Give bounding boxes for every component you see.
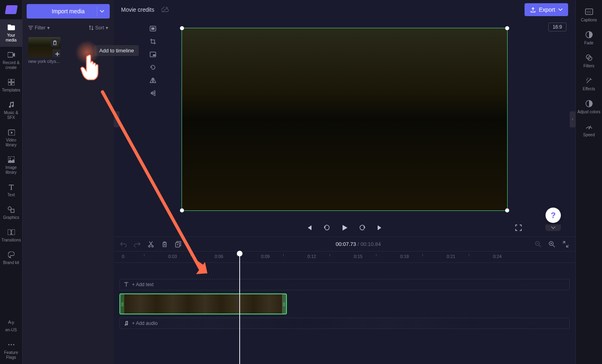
nav-label: Music & SFX [2, 110, 21, 120]
right-sidebar: CC Captions Fade Filters Effects Adjust … [575, 0, 602, 364]
shapes-icon [7, 206, 15, 214]
timeline-time: 00:07.73 / 00:10.84 [188, 241, 529, 247]
effects-icon [585, 76, 594, 85]
playhead[interactable] [239, 252, 240, 364]
transitions-icon [7, 228, 15, 236]
nav-transitions[interactable]: Transitions [0, 224, 23, 247]
filter-button[interactable]: Filter ▾ [28, 25, 50, 31]
flip-h-tool[interactable] [148, 75, 158, 85]
sort-button[interactable]: Sort ▾ [89, 25, 108, 31]
preview-canvas[interactable] [182, 28, 508, 211]
r-label: Adjust colors [577, 110, 600, 114]
nav-label: en-US [5, 328, 17, 333]
filters-button[interactable]: Filters [576, 49, 602, 72]
redo-button[interactable] [133, 240, 141, 248]
preview-area: 16:9 ‹ › [114, 19, 575, 219]
duplicate-button[interactable] [174, 240, 182, 248]
zoom-out-button[interactable] [534, 240, 542, 248]
timeline-ruler[interactable]: 0 0:03 0:06 0:09 0:12 0:15 0:18 0:21 0:2… [114, 252, 575, 263]
add-audio-label: + Add audio [132, 320, 158, 326]
help-expand-button[interactable] [546, 225, 561, 231]
import-media-button[interactable]: Import media [27, 4, 110, 19]
export-button[interactable]: Export [525, 3, 568, 16]
app-logo[interactable] [0, 0, 23, 19]
nav-language[interactable]: A字 en-US [0, 314, 23, 337]
zoom-in-button[interactable] [548, 240, 556, 248]
resize-handle-tl[interactable] [180, 26, 184, 30]
media-panel: Import media Filter ▾ Sort ▾ new york ci… [23, 0, 114, 364]
fullscreen-button[interactable] [514, 223, 523, 232]
aspect-ratio-button[interactable]: 16:9 [548, 23, 566, 31]
add-text-label: + Add text [132, 282, 154, 287]
clip-handle-left[interactable]: || [120, 294, 124, 314]
video-clip[interactable]: || || [119, 293, 287, 314]
main-area: Movie credits Export 16:9 ‹ › [114, 0, 575, 364]
effects-button[interactable]: Effects [576, 72, 602, 95]
svg-rect-2 [8, 52, 13, 57]
nav-label: Your media [2, 33, 21, 43]
resize-handle-tr[interactable] [505, 26, 509, 30]
nav-music-sfx[interactable]: Music & SFX [0, 97, 23, 124]
nav-text[interactable]: Text [0, 179, 23, 202]
text-track[interactable]: + Add text [119, 279, 570, 290]
add-to-timeline-button[interactable] [52, 49, 61, 57]
video-track[interactable]: || || [119, 293, 570, 314]
split-button[interactable] [147, 240, 155, 248]
seek-back-button[interactable] [322, 223, 331, 232]
svg-rect-11 [11, 209, 14, 212]
r-label: Speed [583, 133, 595, 137]
clip-body[interactable] [124, 294, 282, 314]
svg-point-23 [148, 245, 150, 247]
nav-brand-kit[interactable]: Brand kit [0, 247, 23, 269]
r-label: Fade [584, 41, 594, 45]
undo-button[interactable] [119, 240, 128, 248]
r-label: Captions [581, 18, 597, 22]
collapse-right-button[interactable]: › [570, 111, 575, 127]
skip-back-button[interactable] [305, 223, 314, 232]
resize-handle-bl[interactable] [180, 208, 184, 212]
delete-button[interactable] [161, 240, 169, 248]
zoom-fit-button[interactable] [562, 240, 570, 248]
media-thumbnail[interactable]: new york citys... [28, 37, 61, 64]
nav-feature-flags[interactable]: Feature Flags [0, 337, 23, 364]
nav-record-create[interactable]: Record & create [0, 47, 23, 74]
grid-icon [7, 78, 15, 86]
total-time: 00:10.84 [360, 241, 381, 247]
fade-button[interactable]: Fade [576, 26, 602, 49]
pip-tool[interactable] [148, 49, 158, 60]
delete-media-button[interactable] [51, 39, 59, 47]
skip-forward-button[interactable] [376, 223, 385, 232]
project-title[interactable]: Movie credits [121, 6, 154, 13]
help-button[interactable]: ? [546, 208, 561, 223]
rotate-tool[interactable] [148, 62, 158, 73]
play-button[interactable] [340, 223, 349, 232]
collapse-left-button[interactable]: ‹ [114, 111, 119, 127]
svg-point-16 [13, 344, 14, 345]
resize-handle-br[interactable] [505, 208, 509, 212]
speed-button[interactable]: Speed [576, 118, 602, 141]
crop-tool[interactable] [148, 36, 158, 47]
folder-icon [7, 23, 15, 31]
cloud-off-icon[interactable] [161, 7, 169, 12]
speed-icon [585, 122, 594, 131]
nav-video-library[interactable]: Video library [0, 124, 23, 152]
nav-templates[interactable]: Templates [0, 74, 23, 97]
nav-your-media[interactable]: Your media [0, 19, 23, 47]
seek-forward-button[interactable] [358, 223, 367, 232]
nav-image-library[interactable]: Image library [0, 152, 23, 179]
flip-v-tool[interactable] [148, 88, 158, 98]
fit-tool[interactable] [148, 23, 158, 34]
svg-rect-4 [12, 79, 15, 82]
audio-track[interactable]: + Add audio [119, 318, 570, 329]
chevron-down-icon[interactable] [97, 6, 107, 16]
current-time: 00:07.73 [336, 241, 356, 247]
import-label: Import media [52, 8, 85, 15]
adjust-colors-button[interactable]: Adjust colors [576, 95, 602, 118]
captions-button[interactable]: CC Captions [576, 3, 602, 26]
filter-label: Filter [35, 25, 46, 31]
nav-graphics[interactable]: Graphics [0, 202, 23, 224]
palette-icon [7, 251, 15, 259]
ruler-mark: 0:12 [307, 254, 316, 259]
clip-handle-right[interactable]: || [282, 294, 286, 314]
more-icon [7, 341, 15, 349]
